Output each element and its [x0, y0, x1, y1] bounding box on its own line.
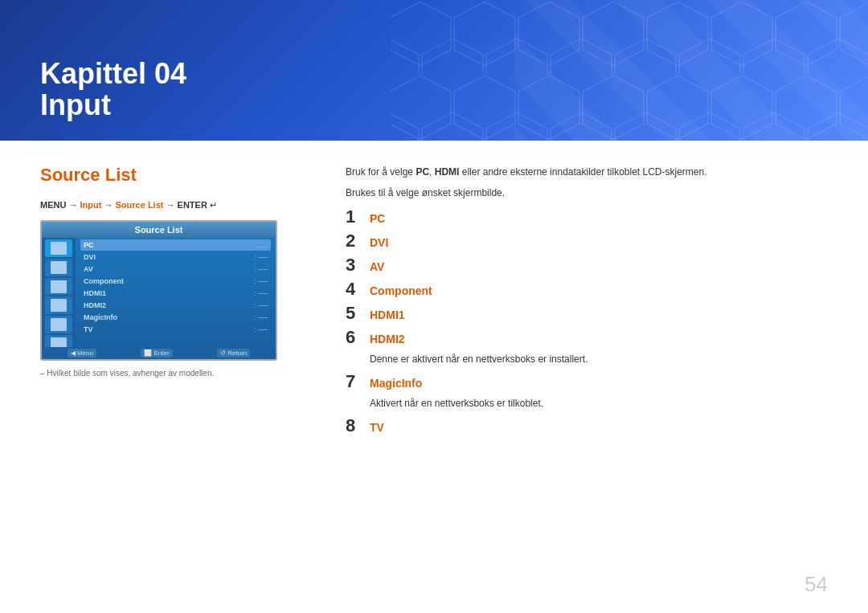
tv-item-name-dvi: DVI — [84, 253, 96, 261]
item-label-hdmi2: HDMI2 — [370, 333, 405, 345]
tv-footer-enter: ⬜ Enter — [141, 349, 172, 358]
page-number: 54 — [805, 572, 828, 597]
tv-item-name-hdmi2: HDMI2 — [84, 301, 106, 309]
menu-path-menu: MENU — [40, 200, 68, 210]
item-number-1: 1 — [346, 208, 370, 226]
menu-path: MENU → Input → Source List → ENTER ↵ — [40, 200, 313, 210]
list-item-row-6: 6 HDMI2 — [346, 329, 828, 346]
menu-path-input: Input — [80, 200, 102, 210]
tv-item-dots-pc: ..... — [257, 241, 268, 249]
tv-item-name-av: AV — [84, 265, 93, 273]
tv-item-dots-hdmi1: : ---- — [254, 289, 268, 297]
item-label-av: AV — [370, 260, 384, 273]
tv-item-dots-component: : ---- — [254, 277, 268, 285]
note-text: Hvilket bilde som vises, avhenger av mod… — [40, 369, 313, 378]
menu-path-arrow2: → — [104, 200, 115, 210]
right-column: Bruk for å velge PC, HDMI eller andre ek… — [346, 165, 828, 441]
tv-item-dots-magicinfo: : ---- — [254, 313, 268, 321]
item-label-component: Component — [370, 284, 432, 297]
item-number-6: 6 — [346, 329, 370, 346]
list-item-row-1: 1 PC — [346, 208, 828, 226]
tv-item-name-component: Component — [84, 277, 124, 285]
tv-list-item-hdmi1: HDMI1 : ---- — [80, 288, 271, 299]
tv-icon-inner-dvi — [51, 261, 67, 274]
desc-hdmi-bold: HDMI — [435, 166, 460, 178]
menu-path-enter: ENTER — [178, 200, 207, 210]
tv-icons-column — [42, 238, 76, 354]
list-item-row-4: 4 Component — [346, 280, 828, 298]
left-column: Source List MENU → Input → Source List →… — [40, 165, 313, 441]
svg-rect-3 — [391, 0, 868, 141]
tv-footer-return: ↺ Return — [217, 349, 250, 358]
tv-item-name-pc: PC — [84, 241, 94, 249]
item-label-hdmi1: HDMI1 — [370, 309, 405, 321]
tv-footer: ◀ Menu ⬜ Enter ↺ Return — [42, 347, 276, 359]
tv-item-dots-dvi: : ---- — [254, 253, 268, 261]
list-item-row-7: 7 MagicInfo — [346, 373, 828, 390]
tv-list-column: PC ..... DVI : ---- AV : ---- Component … — [76, 238, 276, 354]
tv-list-item-pc: PC ..... — [80, 239, 271, 251]
tv-list-item-av: AV : ---- — [80, 264, 271, 275]
tv-item-dots-hdmi2: : ---- — [254, 301, 268, 309]
page-title: Input — [40, 89, 186, 121]
tv-list-item-tv: TV : ---- — [80, 324, 271, 335]
tv-footer-menu: ◀ Menu — [68, 349, 96, 358]
header-banner: Kapittel 04 Input — [0, 0, 868, 141]
tv-item-dots-av: : ---- — [254, 265, 268, 273]
description-line1: Bruk for å velge PC, HDMI eller andre ek… — [346, 165, 828, 179]
tv-icon-inner-component — [51, 299, 67, 312]
tv-icon-dvi — [45, 259, 72, 276]
menu-path-source: Source List — [116, 200, 164, 210]
chapter-label: Kapittel 04 — [40, 58, 186, 90]
item-label-magicinfo: MagicInfo — [370, 377, 422, 390]
item-label-pc: PC — [370, 212, 385, 225]
main-content: Source List MENU → Input → Source List →… — [0, 141, 868, 457]
tv-item-dots-tv: : ---- — [254, 325, 268, 333]
tv-icon-av — [45, 278, 72, 296]
tv-list-item-dvi: DVI : ---- — [80, 251, 271, 263]
item-number-4: 4 — [346, 280, 370, 298]
tv-mockup-body: PC ..... DVI : ---- AV : ---- Component … — [42, 238, 276, 354]
menu-path-arrow1: → — [68, 200, 80, 210]
tv-item-name-magicinfo: MagicInfo — [84, 313, 117, 321]
tv-list-item-component: Component : ---- — [80, 276, 271, 287]
desc-pc-bold: PC — [416, 166, 429, 178]
tv-icon-component — [45, 296, 72, 314]
menu-path-arrow3: → — [166, 200, 178, 210]
tv-icon-pc — [45, 239, 72, 257]
menu-path-enter-icon: ↵ — [210, 200, 217, 210]
tv-mockup: Source List — [40, 220, 277, 361]
tv-mockup-header: Source List — [42, 222, 276, 238]
tv-icon-inner-hdmi1 — [51, 318, 67, 331]
tv-icon-inner — [51, 242, 67, 255]
description-line2: Brukes til å velge ønsket skjermbilde. — [346, 186, 828, 200]
tv-list-item-hdmi2: HDMI2 : ---- — [80, 300, 271, 311]
tv-item-name-hdmi1: HDMI1 — [84, 289, 106, 297]
item-label-tv: TV — [370, 421, 384, 434]
list-item-row-3: 3 AV — [346, 256, 828, 274]
item-number-3: 3 — [346, 256, 370, 274]
tv-icon-inner-av — [51, 280, 67, 293]
source-items-list: 1 PC 2 DVI 3 AV 4 Component 5 HDMI1 6 — [346, 208, 828, 435]
header-title: Kapittel 04 Input — [40, 58, 186, 121]
list-item-row-5: 5 HDMI1 — [346, 304, 828, 322]
item-number-5: 5 — [346, 304, 370, 322]
item-number-2: 2 — [346, 232, 370, 250]
item-note-hdmi2: Denne er aktivert når en nettverksboks e… — [370, 353, 828, 366]
list-item-row-2: 2 DVI — [346, 232, 828, 250]
tv-icon-hdmi1 — [45, 316, 72, 333]
item-label-dvi: DVI — [370, 236, 388, 249]
tv-list-item-magicinfo: MagicInfo : ---- — [80, 312, 271, 323]
item-number-7: 7 — [346, 373, 370, 390]
hex-decoration — [391, 0, 868, 141]
tv-item-name-tv: TV — [84, 325, 93, 333]
list-item-row-8: 8 TV — [346, 417, 828, 435]
section-title: Source List — [40, 165, 313, 186]
item-note-magicinfo: Aktivert når en nettverksboks er tilkobl… — [370, 397, 828, 411]
item-number-8: 8 — [346, 417, 370, 435]
